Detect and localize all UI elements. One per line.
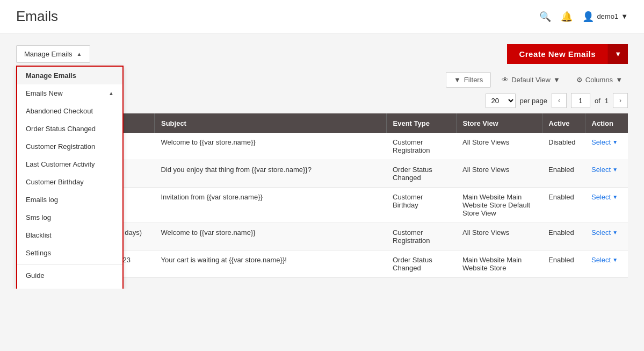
user-name: demo1 (597, 12, 618, 20)
per-page-label: per page (520, 97, 547, 105)
view-label: Default View (511, 76, 551, 84)
menu-item-label: Sms log (26, 213, 51, 221)
col-header-active: Active (542, 113, 585, 133)
row-subject-cell: Did you enjoy that thing from {{var stor… (155, 160, 387, 188)
next-page-button[interactable]: › (613, 93, 628, 108)
row-event-cell: Customer Birthday (386, 188, 456, 223)
create-btn-dropdown-arrow-icon: ▼ (614, 50, 621, 58)
user-badge[interactable]: 👤 demo1 ▼ (582, 11, 628, 23)
select-action-link[interactable]: Select ▼ (591, 166, 621, 174)
menu-item-customer-registration[interactable]: Customer Registration (17, 138, 122, 155)
row-active-cell: Disabled (542, 133, 585, 160)
columns-button[interactable]: ⚙ Columns ▼ (571, 73, 628, 87)
menu-item-emails-log[interactable]: Emails log (17, 191, 122, 209)
select-arrow-icon: ▼ (612, 194, 618, 200)
select-action-link[interactable]: Select ▼ (591, 228, 621, 237)
row-event-cell: Order Status Changed (386, 160, 456, 188)
select-action-link[interactable]: Select ▼ (591, 138, 621, 146)
menu-item-label: Emails New (26, 89, 63, 97)
menu-item-get-support[interactable]: Get Support (17, 284, 122, 289)
filter-funnel-icon: ▼ (454, 76, 461, 84)
menu-item-label: Abandoned Checkout (26, 107, 93, 115)
manage-btn-label: Manage Emails (24, 50, 73, 58)
select-action-link[interactable]: Select ▼ (591, 256, 621, 264)
row-subject-cell: Your cart is waiting at {{var store.name… (155, 250, 387, 278)
menu-item-label: Blacklist (26, 231, 52, 239)
columns-dropdown-arrow-icon: ▼ (616, 76, 623, 84)
row-action-cell: Select ▼ (585, 160, 628, 188)
menu-item-manage-emails[interactable]: Manage Emails (17, 67, 122, 84)
columns-label: Columns (585, 76, 613, 84)
col-header-store-view: Store View (456, 113, 542, 133)
row-subject-cell: Welcome to {{var store.name}} (155, 133, 387, 160)
select-arrow-icon: ▼ (612, 167, 618, 173)
user-dropdown-arrow: ▼ (621, 12, 628, 20)
eye-icon: 👁 (502, 76, 509, 84)
header-right: 🔍 🔔 👤 demo1 ▼ (539, 11, 628, 23)
menu-item-customer-birthday[interactable]: Customer Birthday (17, 173, 122, 191)
bell-icon[interactable]: 🔔 (561, 11, 573, 23)
menu-divider (17, 264, 122, 264)
select-arrow-icon: ▼ (612, 257, 618, 263)
select-arrow-icon: ▼ (612, 230, 618, 235)
menu-item-sms-log[interactable]: Sms log (17, 209, 122, 226)
submenu-arrow-icon: ▲ (108, 90, 114, 96)
row-action-cell: Select ▼ (585, 223, 628, 250)
select-action-link[interactable]: Select ▼ (591, 193, 621, 201)
main-content: Manage Emails ▲ Manage Emails Emails New… (0, 33, 644, 289)
create-new-emails-group: Create New Emails ▼ (507, 44, 628, 64)
menu-item-label: Settings (26, 249, 51, 257)
menu-item-abandoned-checkout[interactable]: Abandoned Checkout (17, 102, 122, 120)
select-arrow-icon: ▼ (612, 139, 618, 145)
create-new-emails-arrow-button[interactable]: ▼ (607, 44, 628, 64)
prev-page-button[interactable]: ‹ (552, 93, 567, 108)
default-view-button[interactable]: 👁 Default View ▼ (496, 73, 566, 87)
row-store-cell: All Store Views (456, 160, 542, 188)
user-icon: 👤 (582, 11, 594, 23)
manage-btn-arrow: ▲ (77, 51, 82, 57)
filters-button[interactable]: ▼ Filters (446, 72, 491, 88)
gear-icon: ⚙ (576, 76, 583, 84)
row-active-cell: Enabled (542, 160, 585, 188)
row-subject-cell: Welcome to {{var store.name}} (155, 223, 387, 250)
per-page-select[interactable]: 20 50 100 (486, 94, 516, 108)
search-icon[interactable]: 🔍 (539, 11, 551, 23)
create-new-emails-button[interactable]: Create New Emails (507, 44, 607, 64)
menu-item-label: Last Customer Activity (26, 160, 95, 168)
menu-item-label: Guide (26, 271, 45, 280)
manage-emails-menu: Manage Emails Emails New ▲ Abandoned Che… (16, 66, 124, 289)
row-store-cell: All Store Views (456, 133, 542, 160)
filters-label: Filters (464, 76, 483, 84)
row-action-cell: Select ▼ (585, 188, 628, 223)
pagination: 20 50 100 per page ‹ of 1 › (486, 93, 628, 108)
row-event-cell: Order Status Changed (386, 250, 456, 278)
menu-item-label: Emails log (26, 196, 58, 204)
menu-item-last-customer-activity[interactable]: Last Customer Activity (17, 155, 122, 173)
col-header-action: Action (585, 113, 628, 133)
page-title: Emails (16, 8, 58, 25)
manage-emails-button[interactable]: Manage Emails ▲ (16, 45, 90, 63)
toolbar-row: Manage Emails ▲ Manage Emails Emails New… (16, 44, 628, 64)
menu-item-blacklist[interactable]: Blacklist (17, 226, 122, 244)
of-label: of (595, 97, 600, 105)
row-active-cell: Enabled (542, 188, 585, 223)
menu-item-emails-new[interactable]: Emails New ▲ (17, 84, 122, 102)
menu-item-settings[interactable]: Settings (17, 244, 122, 262)
row-subject-cell: Invitation from {{var store.name}} (155, 188, 387, 223)
row-store-cell: All Store Views (456, 223, 542, 250)
menu-item-guide[interactable]: Guide (17, 267, 122, 284)
row-active-cell: Enabled (542, 250, 585, 278)
row-event-cell: Customer Registration (386, 133, 456, 160)
row-active-cell: Enabled (542, 223, 585, 250)
page-number-input[interactable] (571, 93, 590, 108)
menu-item-order-status[interactable]: Order Status Changed (17, 120, 122, 138)
col-header-subject: Subject (155, 113, 387, 133)
manage-emails-dropdown-container: Manage Emails ▲ Manage Emails Emails New… (16, 45, 90, 63)
row-store-cell: Main Website Main Website Store Default … (456, 188, 542, 223)
menu-item-label: Manage Emails (26, 71, 76, 80)
menu-item-label: Order Status Changed (26, 125, 96, 133)
menu-item-label: Customer Birthday (26, 178, 84, 186)
menu-item-label: Customer Registration (26, 142, 95, 151)
col-header-event-type: Event Type (386, 113, 456, 133)
row-store-cell: Main Website Main Website Store (456, 250, 542, 278)
